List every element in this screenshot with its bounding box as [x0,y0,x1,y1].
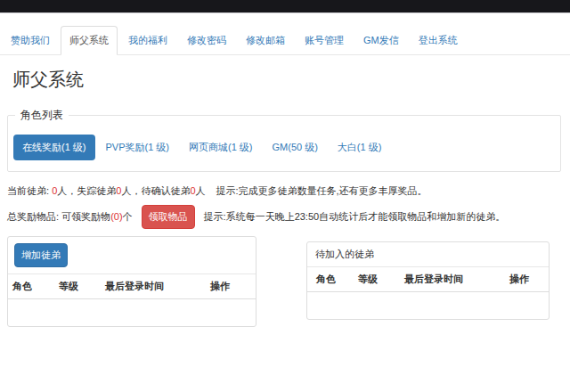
role-list-legend: 角色列表 [15,108,69,123]
col-actions: 操作 [206,274,256,299]
tab-logout[interactable]: 登出系统 [410,26,467,55]
pending-header-row: 角色 等级 最后登录时间 操作 [307,267,549,292]
pending-panel-title: 待加入的徒弟 [307,242,549,266]
pill-gm[interactable]: GM(50 级) [264,135,327,160]
status1-seg4: 人 [196,185,206,196]
pending-empty-row [307,292,549,319]
col-level: 等级 [54,274,101,299]
my-disciples-empty-row [8,299,256,326]
tab-change-password[interactable]: 修改密码 [178,26,235,55]
status1-seg3: 人，待确认徒弟 [121,185,190,196]
role-list-fieldset: 角色列表 在线奖励(1 级) PVP奖励(1 级) 网页商城(1 级) GM(5… [7,108,561,172]
top-bar [0,0,570,13]
tables-row: 增加徒弟 角色 等级 最后登录时间 操作 待加入的徒弟 [7,236,563,327]
tab-sponsor-us[interactable]: 赞助我们 [2,26,59,55]
status1-tip: 提示:完成更多徒弟数量任务,还有更多丰厚奖品。 [216,185,428,196]
status1-seg2: 人，失踪徒弟 [57,185,116,196]
role-pills: 在线奖励(1 级) PVP奖励(1 级) 网页商城(1 级) GM(50 级) … [13,135,553,160]
pill-web-mall[interactable]: 网页商城(1 级) [180,135,262,160]
col-actions: 操作 [505,267,549,292]
tab-gm-mail[interactable]: GM发信 [354,26,408,55]
tab-change-email[interactable]: 修改邮箱 [237,26,294,55]
page-root: 赞助我们 师父系统 我的福利 修改密码 修改邮箱 账号管理 GM发信 登出系统 … [0,0,570,327]
add-disciple-button[interactable]: 增加徒弟 [14,243,68,267]
my-disciples-toolbar: 增加徒弟 [8,237,256,274]
my-disciples-panel: 增加徒弟 角色 等级 最后登录时间 操作 [7,236,256,327]
page-title: 师父系统 [12,68,570,92]
col-level: 等级 [354,267,400,292]
status2-unit: 个 [123,211,133,222]
main-nav-tabs: 赞助我们 师父系统 我的福利 修改密码 修改邮箱 账号管理 GM发信 登出系统 [0,26,570,55]
col-role: 角色 [307,267,354,292]
disciple-status-line: 当前徒弟: 0人，失踪徒弟0人，待确认徒弟0人提示:完成更多徒弟数量任务,还有更… [7,184,563,197]
reward-text: 总奖励物品: 可领奖励物(0)个 [7,210,133,224]
my-disciples-header-row: 角色 等级 最后登录时间 操作 [8,274,256,299]
my-disciples-table: 角色 等级 最后登录时间 操作 [8,274,256,326]
pending-disciples-table: 角色 等级 最后登录时间 操作 [307,266,549,319]
pill-pvp-reward[interactable]: PVP奖励(1 级) [97,135,179,160]
pill-online-reward[interactable]: 在线奖励(1 级) [13,135,95,160]
status1-label: 当前徒弟: [7,185,52,196]
claim-items-button[interactable]: 领取物品 [142,205,195,229]
pending-disciples-panel: 待加入的徒弟 角色 等级 最后登录时间 操作 [306,241,550,320]
reward-status-line: 总奖励物品: 可领奖励物(0)个 领取物品 提示:系统每一天晚上23:50自动统… [7,205,563,229]
status2-tip: 提示:系统每一天晚上23:50自动统计后才能领取物品和增加新的徒弟。 [204,210,506,224]
tab-my-benefits[interactable]: 我的福利 [119,26,176,55]
col-role: 角色 [8,274,54,299]
claimable-count: (0) [110,211,122,222]
pill-dabai[interactable]: 大白(1 级) [329,135,391,160]
tab-account-management[interactable]: 账号管理 [296,26,353,55]
status2-label: 总奖励物品: 可领奖励物 [7,211,110,222]
col-last-login: 最后登录时间 [400,267,505,292]
tab-master-system[interactable]: 师父系统 [61,26,118,55]
col-last-login: 最后登录时间 [101,274,206,299]
